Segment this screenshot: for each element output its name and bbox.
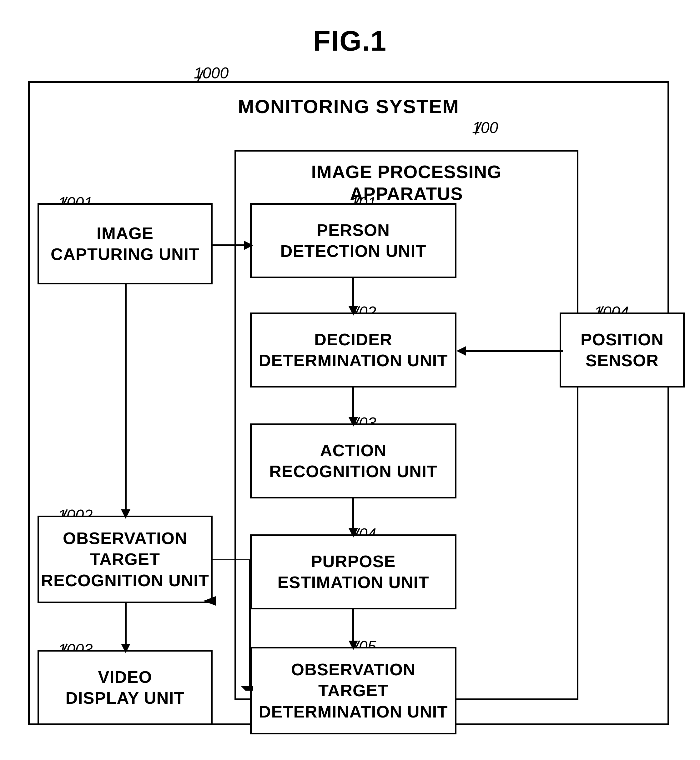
arrow-ddu-to-aru	[348, 387, 358, 426]
image-capturing-unit-box: IMAGECAPTURING UNIT	[38, 203, 212, 284]
page: FIG.1 1000 MONITORING SYSTEM 100 IMAGE P…	[0, 0, 700, 760]
observation-target-determination-unit-box: OBSERVATIONTARGETDETERMINATION UNIT	[250, 647, 456, 734]
arrow-icu-to-otru	[121, 284, 130, 519]
arrow-ps-to-ddu	[456, 346, 563, 356]
svg-line-0	[197, 70, 203, 83]
svg-marker-22	[121, 509, 130, 519]
svg-marker-26	[203, 596, 216, 606]
arrow-peu-to-otdu	[348, 609, 358, 650]
decider-determination-unit-box: DECIDERDETERMINATION UNIT	[250, 312, 456, 387]
svg-marker-20	[348, 641, 358, 650]
action-recognition-unit-box: ACTIONRECOGNITION UNIT	[250, 423, 456, 498]
svg-marker-25	[241, 686, 253, 691]
purpose-estimation-unit-box: PURPOSEESTIMATION UNIT	[250, 534, 456, 609]
svg-marker-12	[244, 240, 253, 250]
tick-100	[463, 120, 488, 136]
monitoring-system-label: MONITORING SYSTEM	[30, 95, 667, 117]
figure-title: FIG.1	[0, 0, 700, 57]
arrowhead-into-otru	[203, 596, 216, 606]
svg-marker-14	[348, 306, 358, 315]
arrow-aru-to-peu	[348, 498, 358, 537]
ipa-label: IMAGE PROCESSING APPARATUS	[236, 151, 577, 204]
arrow-otdu-to-otru	[38, 559, 253, 691]
position-sensor-box: POSITIONSENSOR	[559, 312, 685, 387]
arrow-pdu-to-ddu	[348, 278, 358, 315]
svg-marker-18	[348, 528, 358, 537]
arrow-icu-to-pdu	[212, 240, 253, 250]
svg-line-1	[475, 122, 481, 134]
person-detection-unit-box: PERSONDETECTION UNIT	[250, 203, 456, 278]
svg-marker-28	[456, 346, 466, 356]
svg-marker-16	[348, 417, 358, 426]
